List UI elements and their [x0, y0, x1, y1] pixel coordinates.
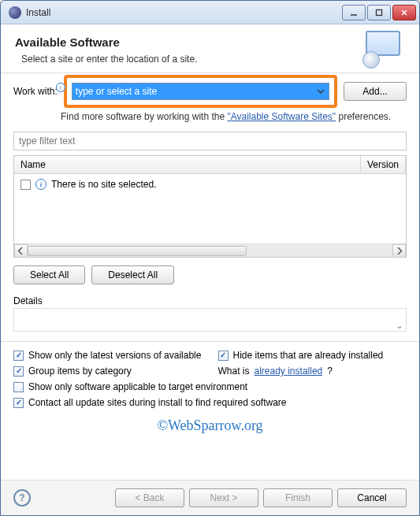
maximize-button[interactable] — [367, 5, 391, 20]
check-hide[interactable]: Hide items that are already installed — [218, 350, 407, 361]
tree-empty-row: i There is no site selected. — [20, 179, 400, 190]
next-button[interactable]: Next > — [189, 488, 258, 507]
page-subtitle: Select a site or enter the location of a… — [21, 54, 405, 65]
col-version[interactable]: Version — [361, 156, 406, 173]
highlight-box — [64, 75, 337, 108]
page-title: Available Software — [15, 35, 405, 49]
col-name[interactable]: Name — [14, 156, 361, 173]
scroll-thumb[interactable] — [28, 246, 247, 256]
check-applicable[interactable]: Show only software applicable to target … — [13, 381, 407, 392]
h-scrollbar[interactable] — [14, 243, 406, 257]
cancel-button[interactable]: Cancel — [337, 488, 407, 507]
minimize-button[interactable] — [342, 5, 366, 20]
info-icon: i — [56, 83, 65, 92]
check-contact[interactable]: Contact all update sites during install … — [13, 397, 407, 408]
software-icon — [366, 31, 405, 67]
window-title: Install — [26, 7, 342, 18]
select-all-button[interactable]: Select All — [13, 265, 85, 284]
whatis-text: What is already installed? — [218, 366, 407, 377]
workwith-combo[interactable] — [72, 83, 329, 100]
details-label: Details — [13, 295, 407, 306]
available-sites-link[interactable]: "Available Software Sites" — [227, 111, 336, 122]
svg-rect-1 — [377, 9, 382, 15]
chevron-down-icon[interactable] — [314, 84, 328, 98]
check-latest[interactable]: Show only the latest versions of availab… — [13, 350, 203, 361]
check-group[interactable]: Group items by category — [13, 366, 203, 377]
add-button[interactable]: Add... — [344, 82, 407, 101]
filter-input[interactable] — [13, 132, 407, 150]
workwith-input[interactable] — [72, 83, 329, 100]
scroll-left-icon[interactable] — [14, 244, 28, 258]
deselect-all-button[interactable]: Deselect All — [91, 265, 174, 284]
hint-text: Find more software by working with the "… — [61, 111, 407, 122]
tree-header: Name Version — [14, 156, 406, 174]
wizard-footer: ? < Back Next > Finish Cancel — [1, 480, 419, 515]
already-installed-link[interactable]: already installed — [255, 366, 323, 377]
scroll-right-icon[interactable] — [392, 244, 406, 258]
empty-message: There is no site selected. — [51, 179, 156, 190]
titlebar[interactable]: Install — [1, 1, 419, 24]
help-button[interactable]: ? — [13, 489, 31, 507]
back-button[interactable]: < Back — [115, 488, 184, 507]
eclipse-icon — [9, 6, 21, 19]
watermark: ©WebSparrow.org — [13, 418, 407, 434]
install-dialog: Install Available Software Select a site… — [0, 0, 420, 516]
close-button[interactable] — [392, 5, 416, 20]
wizard-header: Available Software Select a site or ente… — [1, 24, 419, 73]
details-area[interactable]: ⌄ — [13, 308, 407, 332]
software-tree[interactable]: Name Version i There is no site selected… — [13, 155, 407, 258]
info-icon: i — [35, 179, 46, 190]
checkbox-icon[interactable] — [20, 180, 31, 190]
finish-button[interactable]: Finish — [263, 488, 333, 507]
workwith-label: Work with: i — [13, 86, 58, 97]
